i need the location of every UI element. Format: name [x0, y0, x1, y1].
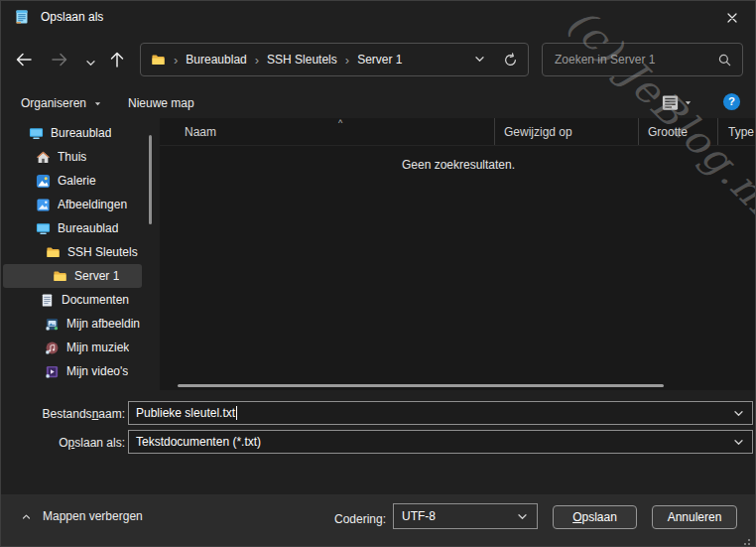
column-header-type[interactable]: Type: [718, 118, 756, 145]
breadcrumb-separator: ›: [174, 54, 178, 67]
search-box[interactable]: [542, 43, 743, 76]
filename-input[interactable]: Publieke sleutel.txt: [128, 401, 753, 425]
up-button[interactable]: [106, 49, 128, 70]
text-cursor: [236, 406, 237, 420]
breadcrumb-item-bureaublad[interactable]: Bureaublad: [186, 53, 246, 67]
dialog-footer: Mappen verbergen Codering: UTF-8 Opslaan…: [1, 494, 755, 547]
save-as-dialog: Opslaan als › Bureaublad › SSH Sleutels …: [0, 0, 756, 547]
sidebar-item-thuis[interactable]: Thuis: [3, 145, 142, 169]
sidebar-item-mijn-afbeeldin[interactable]: Mijn afbeeldin: [3, 312, 142, 336]
desktop-icon: [29, 126, 44, 141]
address-dropdown-button[interactable]: [473, 53, 487, 67]
sidebar-item-documenten[interactable]: Documenten: [3, 288, 142, 312]
sort-ascending-indicator: ^: [338, 118, 342, 128]
search-input[interactable]: [553, 52, 717, 68]
close-button[interactable]: [709, 1, 755, 34]
save-as-type-combobox[interactable]: Tekstdocumenten (*.txt): [128, 430, 753, 454]
sidebar-item-bureaublad[interactable]: Bureaublad: [3, 121, 142, 145]
filename-value: Publieke sleutel.txt: [136, 406, 235, 420]
sidebar-item-mijn-video-s[interactable]: Mijn video's: [3, 359, 142, 383]
titlebar: Opslaan als: [1, 1, 755, 34]
encoding-combobox[interactable]: UTF-8: [393, 503, 538, 529]
chevron-down-icon[interactable]: [732, 436, 745, 449]
folder-icon: [151, 53, 166, 68]
recent-locations-button[interactable]: [79, 52, 101, 73]
save-as-type-value: Tekstdocumenten (*.txt): [136, 435, 261, 449]
column-header-row: Naam Gewijzigd op Grootte Type: [160, 118, 756, 146]
back-arrow-icon: [14, 50, 34, 69]
desktop-icon: [36, 221, 51, 236]
up-arrow-icon: [107, 50, 127, 69]
breadcrumb-separator: ›: [255, 54, 259, 67]
forward-button[interactable]: [49, 49, 70, 70]
search-icon: [717, 53, 732, 68]
column-header-gewijzigd-op[interactable]: Gewijzigd op: [495, 118, 639, 145]
sidebar-scrollbar[interactable]: [149, 135, 152, 224]
help-button[interactable]: ?: [722, 92, 741, 111]
pictures-icon: [36, 198, 51, 212]
pictures-small-icon: [45, 317, 60, 332]
encoding-value: UTF-8: [402, 509, 436, 523]
organize-button[interactable]: Organiseren: [21, 93, 102, 113]
list-view-icon: [661, 93, 680, 112]
help-icon: ?: [722, 92, 741, 111]
filename-label: Bestandsnaam:: [1, 407, 125, 421]
save-as-type-label: Opslaan als:: [1, 436, 125, 450]
address-bar[interactable]: › Bureaublad › SSH Sleutels › Server 1: [140, 43, 529, 76]
video-icon: [45, 364, 60, 379]
sidebar-item-server-1[interactable]: Server 1: [3, 264, 142, 288]
breadcrumb-item-ssh-sleutels[interactable]: SSH Sleutels: [267, 53, 337, 67]
breadcrumb-item-server-1[interactable]: Server 1: [357, 53, 402, 67]
dropdown-caret-icon: [684, 98, 693, 107]
dropdown-caret-icon: [93, 99, 102, 108]
sidebar-item-bureaublad[interactable]: Bureaublad: [3, 216, 142, 240]
svg-text:?: ?: [728, 95, 735, 107]
folder-icon: [46, 245, 61, 260]
save-button[interactable]: Opslaan: [553, 505, 637, 529]
folder-icon: [53, 269, 67, 284]
change-view-button[interactable]: [661, 91, 693, 113]
new-folder-label: Nieuwe map: [128, 96, 194, 110]
breadcrumb-separator: ›: [345, 54, 349, 67]
refresh-icon[interactable]: [503, 53, 518, 68]
music-icon: [45, 341, 60, 355]
document-icon: [40, 293, 55, 308]
back-button[interactable]: [13, 49, 35, 70]
cancel-button[interactable]: Annuleren: [652, 505, 737, 529]
encoding-label: Codering:: [299, 512, 386, 526]
empty-results-message: Geen zoekresultaten.: [160, 158, 756, 172]
sidebar-item-ssh-sleutels[interactable]: SSH Sleutels: [3, 240, 142, 264]
chevron-down-icon[interactable]: [732, 407, 745, 420]
resize-grip[interactable]: [748, 543, 750, 545]
cancel-label: Annuleren: [668, 510, 722, 524]
chevron-down-icon: [84, 57, 97, 69]
column-header-grootte[interactable]: Grootte: [639, 118, 718, 145]
chevron-up-icon: [21, 511, 32, 522]
notepad-icon: [14, 9, 30, 25]
hide-folders-button[interactable]: Mappen verbergen: [21, 509, 143, 523]
hide-folders-label: Mappen verbergen: [43, 509, 143, 523]
sidebar-item-galerie[interactable]: Galerie: [3, 169, 142, 193]
column-header-naam[interactable]: Naam: [160, 118, 495, 145]
window-title: Opslaan als: [41, 10, 103, 24]
gallery-icon: [36, 174, 51, 189]
sidebar-item-mijn-muziek[interactable]: Mijn muziek: [3, 336, 142, 359]
navigation-pane: Bureaublad Thuis Galerie Afbeeldingen Bu…: [1, 118, 160, 393]
forward-arrow-icon: [50, 50, 69, 69]
sidebar-item-afbeeldingen[interactable]: Afbeeldingen: [3, 193, 142, 216]
organize-label: Organiseren: [21, 96, 86, 110]
horizontal-scrollbar[interactable]: [178, 384, 664, 387]
file-list-pane: Naam Gewijzigd op Grootte Type ^ Geen zo…: [160, 118, 756, 390]
chevron-down-icon: [516, 510, 529, 523]
close-icon: [725, 11, 739, 25]
home-icon: [36, 150, 51, 165]
new-folder-button[interactable]: Nieuwe map: [128, 93, 194, 113]
